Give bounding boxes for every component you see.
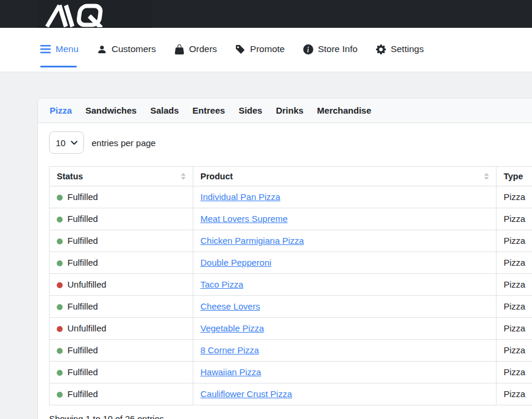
- main-nav: Menu Customers Orders Promote Store Info: [0, 28, 532, 72]
- nav-item-settings[interactable]: Settings: [376, 44, 424, 54]
- status-cell: Fulfilled: [50, 186, 193, 208]
- table-header-row: Status Product Type: [50, 167, 532, 186]
- nav-item-promote[interactable]: Promote: [235, 44, 285, 54]
- tab-salads[interactable]: Salads: [150, 105, 179, 115]
- status-dot-icon: [57, 260, 63, 266]
- type-cell: Pizza: [497, 318, 532, 340]
- status-label: Fulfilled: [67, 257, 98, 267]
- product-cell: Meat Lovers Supreme: [193, 208, 497, 230]
- table-body: FulfilledIndividual Pan PizzaPizzaFulfil…: [50, 186, 532, 405]
- product-link[interactable]: Double Pepperoni: [200, 257, 271, 267]
- status-cell: Unfulfilled: [50, 274, 193, 296]
- column-header-status[interactable]: Status: [50, 167, 193, 186]
- tab-merchandise[interactable]: Merchandise: [317, 105, 371, 115]
- product-link[interactable]: Individual Pan Pizza: [200, 192, 280, 202]
- status-dot-icon: [57, 326, 63, 332]
- product-cell: 8 Corner Pizza: [193, 340, 497, 362]
- product-cell: Chicken Parmigiana Pizza: [193, 230, 497, 252]
- status-cell: Fulfilled: [50, 362, 193, 383]
- status-cell: Fulfilled: [50, 296, 193, 318]
- status-dot-icon: [57, 217, 63, 223]
- status-label: Fulfilled: [67, 389, 98, 399]
- product-cell: Hawaiian Pizza: [193, 362, 497, 383]
- table-row: UnfulfilledVegetable PizzaPizza: [50, 318, 532, 340]
- type-cell: Pizza: [497, 296, 532, 318]
- aq-logo-icon: [42, 4, 113, 28]
- tab-sides[interactable]: Sides: [239, 105, 262, 115]
- status-dot-icon: [57, 282, 63, 288]
- status-dot-icon: [57, 370, 63, 376]
- column-label: Status: [57, 172, 83, 181]
- bag-icon: [174, 44, 184, 54]
- type-cell: Pizza: [497, 362, 532, 383]
- status-cell: Fulfilled: [50, 230, 193, 252]
- status-label: Unfulfilled: [67, 279, 106, 289]
- brand-logo[interactable]: [37, 0, 152, 31]
- product-link[interactable]: Meat Lovers Supreme: [200, 214, 288, 224]
- status-dot-icon: [57, 392, 63, 398]
- tab-sandwiches[interactable]: Sandwiches: [86, 105, 137, 115]
- top-bar: [0, 0, 532, 28]
- sort-icon[interactable]: [181, 173, 186, 180]
- nav-label: Menu: [56, 44, 79, 54]
- hamburger-icon: [40, 45, 51, 53]
- nav-label: Settings: [391, 44, 424, 54]
- product-link[interactable]: Vegetable Pizza: [200, 323, 264, 333]
- product-link[interactable]: Cauliflower Crust Pizza: [200, 389, 292, 399]
- product-cell: Cauliflower Crust Pizza: [193, 383, 497, 405]
- status-dot-icon: [57, 238, 63, 244]
- status-cell: Fulfilled: [50, 208, 193, 230]
- nav-item-menu[interactable]: Menu: [40, 44, 79, 54]
- table-row: FulfilledDouble PepperoniPizza: [50, 252, 532, 274]
- table-summary: Showing 1 to 10 of 26 entries: [49, 414, 532, 419]
- type-cell: Pizza: [497, 186, 532, 208]
- column-header-type[interactable]: Type: [497, 167, 532, 186]
- info-circle-icon: [303, 44, 313, 54]
- type-cell: Pizza: [497, 383, 532, 405]
- type-cell: Pizza: [497, 230, 532, 252]
- status-label: Fulfilled: [67, 301, 98, 311]
- sort-icon[interactable]: [484, 173, 489, 180]
- table-row: FulfilledHawaiian PizzaPizza: [50, 362, 532, 383]
- tab-pizza[interactable]: Pizza: [50, 105, 72, 115]
- product-link[interactable]: Hawaiian Pizza: [200, 367, 261, 377]
- page-content: Pizza Sandwiches Salads Entrees Sides Dr…: [0, 72, 532, 419]
- person-icon: [97, 44, 107, 54]
- status-cell: Fulfilled: [50, 252, 193, 274]
- product-link[interactable]: Chicken Parmigiana Pizza: [200, 236, 304, 246]
- status-label: Fulfilled: [67, 192, 98, 202]
- product-cell: Taco Pizza: [193, 274, 497, 296]
- status-dot-icon: [57, 348, 63, 354]
- product-link[interactable]: Cheese Lovers: [200, 301, 260, 311]
- entries-per-page-label: entries per page: [92, 138, 155, 148]
- nav-label: Customers: [112, 44, 156, 54]
- status-label: Unfulfilled: [67, 323, 106, 333]
- chevron-down-icon: [71, 141, 77, 145]
- nav-label: Store Info: [318, 44, 358, 54]
- status-cell: Unfulfilled: [50, 318, 193, 340]
- table-row: FulfilledMeat Lovers SupremePizza: [50, 208, 532, 230]
- nav-label: Promote: [250, 44, 285, 54]
- status-dot-icon: [57, 304, 63, 310]
- column-header-product[interactable]: Product: [193, 167, 497, 186]
- tab-drinks[interactable]: Drinks: [276, 105, 304, 115]
- tab-entrees[interactable]: Entrees: [193, 105, 225, 115]
- type-cell: Pizza: [497, 274, 532, 296]
- status-cell: Fulfilled: [50, 383, 193, 405]
- status-label: Fulfilled: [67, 367, 98, 377]
- page-size-select[interactable]: 10: [49, 131, 84, 154]
- type-cell: Pizza: [497, 208, 532, 230]
- nav-item-customers[interactable]: Customers: [97, 44, 156, 54]
- category-tabs: Pizza Sandwiches Salads Entrees Sides Dr…: [38, 98, 532, 123]
- column-label: Type: [504, 172, 523, 181]
- table-row: UnfulfilledTaco PizzaPizza: [50, 274, 532, 296]
- nav-item-orders[interactable]: Orders: [174, 44, 217, 54]
- table-row: FulfilledCauliflower Crust PizzaPizza: [50, 383, 532, 405]
- product-link[interactable]: 8 Corner Pizza: [200, 345, 259, 355]
- status-label: Fulfilled: [67, 214, 98, 224]
- product-link[interactable]: Taco Pizza: [200, 279, 244, 289]
- status-cell: Fulfilled: [50, 340, 193, 362]
- product-cell: Cheese Lovers: [193, 296, 497, 318]
- column-label: Product: [200, 172, 233, 181]
- nav-item-store-info[interactable]: Store Info: [303, 44, 358, 54]
